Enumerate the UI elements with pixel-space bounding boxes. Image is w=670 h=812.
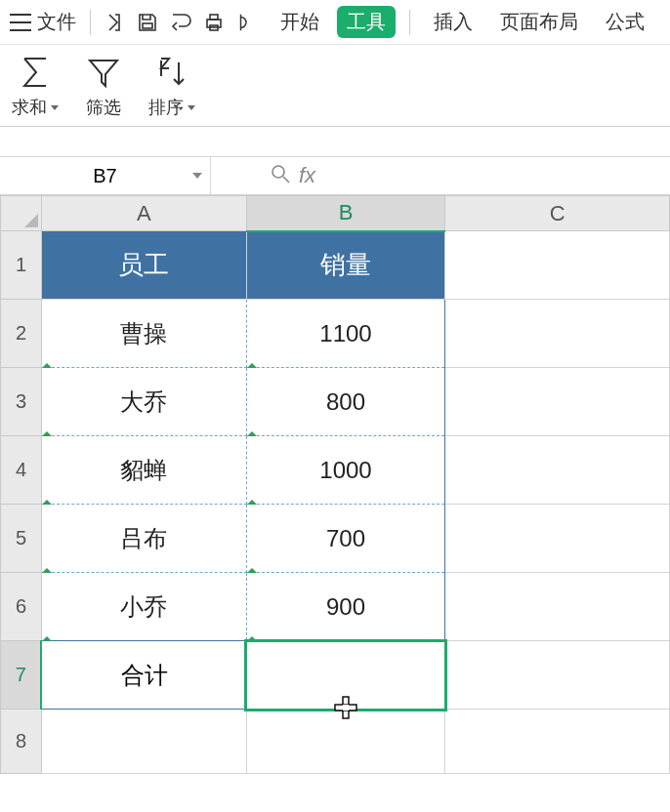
magnifier-icon [270,163,299,188]
col-header-A[interactable]: A [41,196,246,231]
cell-A1[interactable]: 员工 [41,231,246,300]
row-header-6[interactable]: 6 [1,573,42,641]
undo-icon[interactable] [169,11,192,34]
qat-icon-1[interactable] [103,11,126,34]
ribbon: 求和 筛选 排序 [0,45,670,127]
tab-tools[interactable]: 工具 [337,6,396,38]
ribbon-sum-label: 求和 [12,96,47,119]
svg-rect-0 [143,23,152,28]
sort-icon [153,53,190,92]
cell-A8[interactable] [41,710,246,774]
cell-C3[interactable] [445,368,670,436]
name-box[interactable]: B7 [0,157,211,194]
tabs-divider [409,10,410,35]
ribbon-sort-button[interactable]: 排序 [148,53,195,119]
svg-point-4 [272,166,284,178]
cell-B6[interactable]: 900 [246,573,445,641]
row-header-7[interactable]: 7 [1,641,42,710]
menu-divider [90,10,91,35]
row-header-4[interactable]: 4 [1,436,42,505]
cell-A6[interactable]: 小乔 [41,573,246,641]
dropdown-caret-icon [51,105,59,110]
file-menu[interactable]: 文件 [37,9,76,35]
row-header-2[interactable]: 2 [1,300,42,368]
row-header-5[interactable]: 5 [1,505,42,573]
fx-label: fx [299,163,315,188]
svg-rect-2 [210,15,218,20]
tab-page-layout[interactable]: 页面布局 [490,6,588,38]
cell-B3[interactable]: 800 [246,368,445,436]
dropdown-caret-icon [188,105,195,110]
funnel-icon [86,53,121,92]
row-header-3[interactable]: 3 [1,368,42,436]
cell-C1[interactable] [445,231,670,300]
select-all-corner[interactable] [1,196,42,231]
quick-access-toolbar [103,11,257,34]
grid[interactable]: A B C 1 员工 销量 2 曹操 1100 3 大乔 800 4 貂蝉 10… [0,195,670,774]
cell-A5[interactable]: 吕布 [41,505,246,573]
cell-C8[interactable] [445,710,670,774]
cell-C2[interactable] [445,300,670,368]
cell-B4[interactable]: 1000 [246,436,445,505]
hamburger-menu-icon[interactable] [10,14,31,31]
cell-B5[interactable]: 700 [246,505,445,573]
cell-C7[interactable] [445,641,670,710]
cell-C5[interactable] [445,505,670,573]
ribbon-sort-label: 排序 [148,96,184,119]
row-header-8[interactable]: 8 [1,710,42,774]
sigma-icon [17,53,54,92]
cell-B8[interactable] [246,710,445,774]
ribbon-tabs: 开始 工具 插入 页面布局 公式 [271,6,654,38]
cell-B7[interactable] [246,641,445,710]
name-box-value: B7 [93,165,116,187]
formula-bar-row: B7 fx [0,156,670,195]
qat-icon-5[interactable] [235,11,257,34]
row-header-1[interactable]: 1 [1,231,42,300]
cell-A3[interactable]: 大乔 [41,368,246,436]
cell-A4[interactable]: 貂蝉 [41,436,246,505]
ribbon-filter-label: 筛选 [86,96,121,119]
dropdown-caret-icon [192,173,202,179]
formula-bar[interactable]: fx [211,157,670,194]
cell-B1[interactable]: 销量 [246,231,445,300]
cell-C6[interactable] [445,573,670,641]
cell-A7[interactable]: 合计 [41,641,246,710]
col-header-B[interactable]: B [246,196,445,231]
save-icon[interactable] [136,11,159,34]
print-icon[interactable] [202,11,226,34]
col-header-C[interactable]: C [445,196,670,231]
tab-insert[interactable]: 插入 [424,6,482,38]
ribbon-sum-button[interactable]: 求和 [12,53,59,119]
cell-A2[interactable]: 曹操 [41,300,246,368]
tab-start[interactable]: 开始 [271,6,329,38]
tab-formulas[interactable]: 公式 [596,6,654,38]
cell-C4[interactable] [445,436,670,505]
cell-B2[interactable]: 1100 [246,300,445,368]
menu-bar: 文件 开始 工具 [0,0,670,45]
ribbon-filter-button[interactable]: 筛选 [86,53,121,119]
